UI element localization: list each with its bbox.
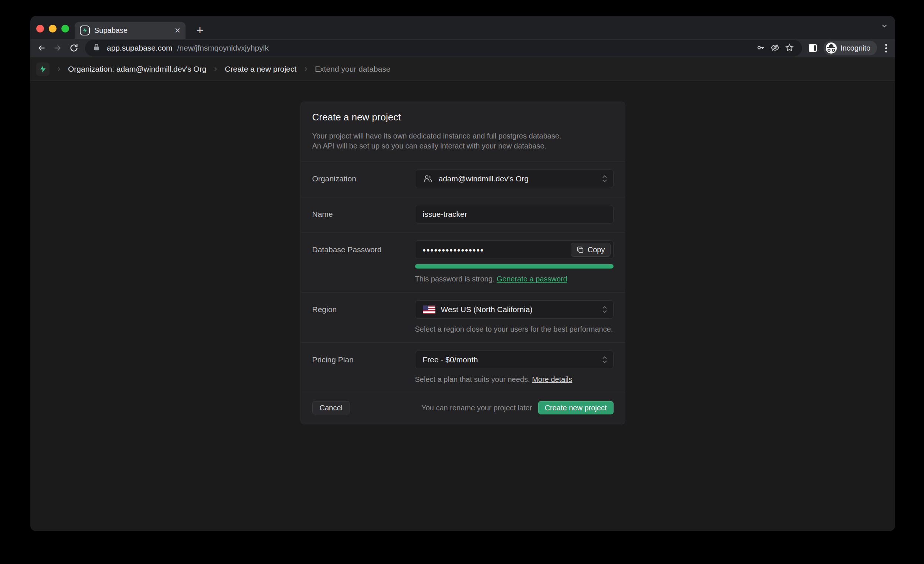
eye-off-icon[interactable] [771,43,780,53]
copy-icon [576,245,584,254]
breadcrumb-chevron-icon [303,66,309,72]
zoom-window-button[interactable] [62,25,69,33]
region-label: Region [312,300,415,334]
users-icon [423,174,433,184]
region-helper: Select a region close to your users for … [415,325,614,334]
card-header: Create a new project Your project will h… [301,102,625,162]
name-label: Name [312,205,415,223]
browser-menu-icon[interactable] [883,44,889,52]
url-host: app.supabase.com [107,43,172,52]
incognito-label: Incognito [840,44,870,52]
project-name-value: issue-tracker [423,210,467,218]
side-panel-icon[interactable] [808,43,818,53]
supabase-app: Organization: adam@windmill.dev's Org Cr… [30,57,895,531]
lock-icon [92,43,102,53]
breadcrumb-chevron-icon [56,66,62,72]
pricing-section: Pricing Plan Free - $0/month Select a pl… [301,343,625,393]
url-path: /new/jfnsmqoynldvxjyhpylk [177,43,751,52]
incognito-spy-icon [826,42,837,54]
description-line-2: An API will be set up so you can easily … [312,141,614,151]
pricing-helper: Select a plan that suits your needs. Mor… [415,375,614,384]
new-tab-button[interactable]: + [193,23,207,37]
window-controls [36,25,69,33]
password-label: Database Password [312,241,415,283]
browser-tab[interactable]: Supabase × [75,22,186,39]
breadcrumb-item-extend-database: Extend your database [315,64,390,73]
region-section: Region West US (North California) Select… [301,292,625,343]
password-strength-text: This password is strong. [415,275,495,283]
browser-window: Supabase × + app.supabase.com /new/jfnsm… [30,16,895,531]
organization-section: Organization adam@windmill.dev's Org [301,162,625,197]
password-key-icon[interactable] [756,43,766,53]
cancel-button[interactable]: Cancel [312,401,350,414]
page-content: Create a new project Your project will h… [30,81,895,531]
reload-icon[interactable] [69,43,79,53]
incognito-badge: Incognito [824,40,877,55]
password-helper: This password is strong. Generate a pass… [415,275,614,283]
rename-note: You can rename your project later [422,404,532,412]
organization-label: Organization [312,169,415,188]
supabase-logo-icon[interactable] [36,63,50,76]
select-updown-icon [602,305,608,314]
breadcrumb-item-create-project[interactable]: Create a new project [225,64,296,73]
select-updown-icon [602,356,608,364]
pricing-value: Free - $0/month [423,355,478,364]
card-description: Your project will have its own dedicated… [312,131,614,151]
breadcrumb-chevron-icon [213,66,218,72]
copy-password-button[interactable]: Copy [571,243,610,257]
organization-value: adam@windmill.dev's Org [439,174,529,183]
project-name-input[interactable]: issue-tracker [415,205,614,223]
forward-icon[interactable] [52,43,63,53]
organization-select[interactable]: adam@windmill.dev's Org [415,169,614,188]
tab-title: Supabase [94,26,170,35]
generate-password-link[interactable]: Generate a password [497,275,567,283]
pricing-label: Pricing Plan [312,350,415,384]
region-select[interactable]: West US (North California) [415,300,614,319]
name-section: Name issue-tracker [301,197,625,232]
tab-strip: Supabase × + [30,16,895,39]
browser-toolbar: app.supabase.com /new/jfnsmqoynldvxjyhpy… [30,39,895,57]
breadcrumb-item-organization[interactable]: Organization: adam@windmill.dev's Org [68,64,206,73]
pricing-helper-text: Select a plan that suits your needs. [415,375,530,383]
password-strength-bar [415,264,614,269]
breadcrumb-bar: Organization: adam@windmill.dev's Org Cr… [30,57,895,81]
page-title: Create a new project [312,112,614,123]
us-flag-icon [423,305,435,314]
close-window-button[interactable] [36,25,44,33]
tab-search-chevron-icon[interactable] [880,22,888,30]
copy-label: Copy [588,245,605,254]
password-input[interactable]: •••••••••••••••• Copy [415,241,614,259]
bookmark-star-icon[interactable] [785,43,795,53]
minimize-window-button[interactable] [49,25,57,33]
password-section: Database Password •••••••••••••••• Copy … [301,232,625,292]
url-bar[interactable]: app.supabase.com /new/jfnsmqoynldvxjyhpy… [85,40,802,57]
description-line-1: Your project will have its own dedicated… [312,131,614,141]
create-project-button[interactable]: Create new project [538,401,614,414]
card-footer: Cancel You can rename your project later… [301,393,625,424]
supabase-favicon-icon [80,25,90,36]
back-icon[interactable] [36,43,46,53]
region-value: West US (North California) [441,305,532,314]
more-details-link[interactable]: More details [532,375,572,383]
select-updown-icon [602,175,608,183]
create-project-card: Create a new project Your project will h… [300,102,626,424]
close-tab-icon[interactable]: × [175,25,180,35]
pricing-select[interactable]: Free - $0/month [415,350,614,369]
